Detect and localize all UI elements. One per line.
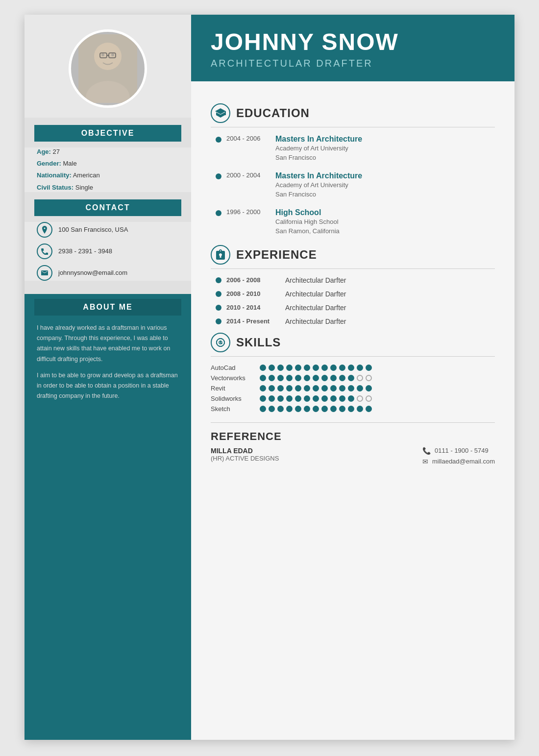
civil-status-value: Single <box>75 184 93 191</box>
about-section: ABOUT ME I have already worked as a draf… <box>24 294 191 740</box>
age-value: 27 <box>53 148 60 155</box>
dot-filled-1-9 <box>339 375 345 381</box>
candidate-name: JOHNNY SNOW <box>211 29 495 55</box>
dot-filled-4-0 <box>260 406 266 412</box>
skill-row-2: Revit <box>211 385 495 392</box>
dot-filled-2-2 <box>277 385 284 391</box>
dot-filled-0-3 <box>286 365 293 371</box>
dot-filled-1-6 <box>313 375 319 381</box>
edu-item-3: 1996 - 2000 High School California High … <box>211 208 495 236</box>
reference-section: REFERENCE MILLA EDAD (HR) ACTIVE DESIGNS… <box>211 422 495 465</box>
skill-dots-0 <box>260 365 372 371</box>
dot-filled-2-3 <box>286 385 293 391</box>
dot-filled-4-10 <box>348 406 354 412</box>
skill-row-1: Vectorworks <box>211 374 495 382</box>
email-text: johnnysnow@email.com <box>58 269 127 276</box>
edu-bullet-3 <box>216 210 221 216</box>
dot-filled-1-4 <box>295 375 301 381</box>
reference-title: REFERENCE <box>211 430 495 443</box>
dot-filled-2-12 <box>366 385 372 391</box>
dot-filled-3-1 <box>269 395 275 402</box>
skills-title: SKILLS <box>236 336 281 349</box>
dot-filled-2-7 <box>321 385 328 391</box>
phone-text: 2938 - 2391 - 3948 <box>58 247 112 255</box>
reference-left: MILLA EDAD (HR) ACTIVE DESIGNS <box>211 447 279 465</box>
skill-dots-1 <box>260 375 372 381</box>
skill-dots-4 <box>260 406 372 412</box>
civil-status-label: Civil Status: <box>37 184 74 191</box>
dot-filled-1-10 <box>348 375 354 381</box>
dot-filled-1-7 <box>321 375 328 381</box>
right-header: JOHNNY SNOW ARCHITECTULAR DRAFTER <box>191 15 514 81</box>
dot-filled-3-9 <box>339 395 345 402</box>
dot-filled-3-6 <box>313 395 319 402</box>
reference-company: (HR) ACTIVE DESIGNS <box>211 455 279 462</box>
gender-label: Gender: <box>37 160 61 167</box>
exp-role-2: Architectular Darfter <box>285 290 346 298</box>
reference-body: MILLA EDAD (HR) ACTIVE DESIGNS 📞 0111 - … <box>211 447 495 465</box>
dot-filled-4-1 <box>269 406 275 412</box>
dot-filled-0-2 <box>277 365 284 371</box>
education-title: EDUCATION <box>236 106 310 120</box>
dot-filled-2-5 <box>304 385 310 391</box>
skill-name-4: Sketch <box>211 405 260 413</box>
experience-icon <box>211 245 230 265</box>
dot-filled-0-5 <box>304 365 310 371</box>
skill-dots-3 <box>260 395 372 402</box>
dot-filled-4-8 <box>330 406 337 412</box>
phone-item: 2938 - 2391 - 3948 <box>37 244 179 259</box>
reference-phone-item: 📞 0111 - 1900 - 5749 <box>422 447 495 455</box>
age-label: Age: <box>37 148 51 155</box>
dot-filled-4-4 <box>295 406 301 412</box>
skill-name-0: AutoCad <box>211 364 260 371</box>
dot-filled-3-3 <box>286 395 293 402</box>
svg-point-1 <box>94 43 122 70</box>
dot-filled-3-7 <box>321 395 328 402</box>
left-column: OBJECTIVE Age: 27 Gender: Male Nationali… <box>24 15 191 740</box>
email-item: johnnysnow@email.com <box>37 265 179 281</box>
skill-row-3: Solidworks <box>211 395 495 402</box>
dot-filled-0-1 <box>269 365 275 371</box>
edu-school-1: Academy of Art University San Francisco <box>275 144 495 163</box>
skill-name-2: Revit <box>211 385 260 392</box>
exp-date-4: 2014 - Present <box>221 317 285 325</box>
about-text-1: I have already worked as a draftsman in … <box>34 323 181 365</box>
dot-filled-1-2 <box>277 375 284 381</box>
dot-filled-3-10 <box>348 395 354 402</box>
dot-filled-3-4 <box>295 395 301 402</box>
exp-bullet-4 <box>216 318 221 324</box>
dot-filled-3-2 <box>277 395 284 402</box>
dot-filled-3-5 <box>304 395 310 402</box>
edu-bullet-1 <box>216 137 221 143</box>
edu-item-1: 2004 - 2006 Masters In Architecture Acad… <box>211 135 495 163</box>
dot-empty-3-0 <box>357 395 363 402</box>
objective-header: OBJECTIVE <box>34 125 181 142</box>
address-item: 100 San Francisco, USA <box>37 222 179 238</box>
edu-bullet-2 <box>216 173 221 179</box>
edu-date-3: 1996 - 2000 <box>221 208 275 236</box>
exp-role-4: Architectular Darfter <box>285 317 346 325</box>
skills-icon <box>211 333 230 352</box>
reference-phone: 0111 - 1900 - 5749 <box>435 447 489 454</box>
skill-row-4: Sketch <box>211 405 495 413</box>
nationality-label: Nationality: <box>37 171 72 179</box>
dot-filled-1-5 <box>304 375 310 381</box>
candidate-job-title: ARCHITECTULAR DRAFTER <box>211 58 495 69</box>
gender-value: Male <box>63 160 76 167</box>
exp-item-2: 2008 - 2010 Architectular Darfter <box>211 290 495 298</box>
skill-name-3: Solidworks <box>211 395 260 402</box>
profile-photo <box>69 29 147 108</box>
exp-item-3: 2010 - 2014 Architectular Darfter <box>211 304 495 312</box>
experience-title: EXPERIENCE <box>236 248 317 262</box>
exp-date-1: 2006 - 2008 <box>221 276 285 284</box>
dot-filled-4-3 <box>286 406 293 412</box>
exp-item-1: 2006 - 2008 Architectular Darfter <box>211 276 495 284</box>
exp-date-2: 2008 - 2010 <box>221 290 285 297</box>
contact-header: CONTACT <box>34 199 181 216</box>
exp-bullet-1 <box>216 277 221 283</box>
dot-filled-4-12 <box>366 406 372 412</box>
dot-filled-2-1 <box>269 385 275 391</box>
dot-filled-1-0 <box>260 375 266 381</box>
exp-date-3: 2010 - 2014 <box>221 304 285 311</box>
edu-date-2: 2000 - 2004 <box>221 171 275 199</box>
